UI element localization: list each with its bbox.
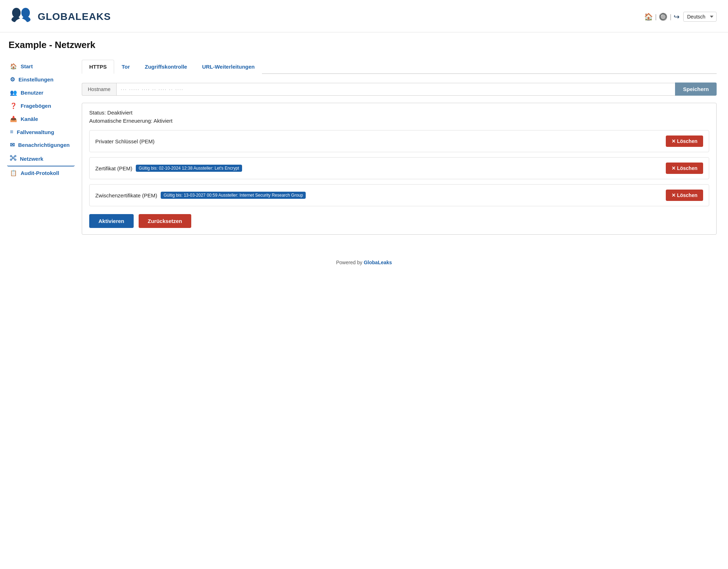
svg-line-9 [12, 159, 13, 160]
tab-https[interactable]: HTTPS [82, 60, 114, 74]
main-content: HTTPS Tor Zugriffskontrolle URL-Weiterle… [75, 60, 728, 235]
hostname-input[interactable] [116, 83, 675, 96]
settings-icon: ⚙ [10, 76, 15, 83]
header-icons[interactable]: 🏠 | 🔘 | ↪ [644, 12, 680, 21]
hostname-label: Hostname [82, 83, 116, 96]
svg-line-7 [12, 156, 13, 158]
delete-intermediate-button[interactable]: ✕ Löschen [666, 190, 703, 201]
delete-private-key-button[interactable]: ✕ Löschen [666, 135, 703, 147]
sidebar-item-start[interactable]: 🏠 Start [7, 60, 75, 73]
sidebar-item-benutzer[interactable]: 👥 Benutzer [7, 86, 75, 99]
case-icon: ≡ [10, 129, 13, 135]
home-icon[interactable]: 🏠 [644, 12, 653, 21]
language-selector[interactable]: Deutsch English Français Italiano Españo… [683, 12, 717, 22]
header: GLOBALEAKS 🏠 | 🔘 | ↪ Deutsch English Fra… [0, 0, 728, 32]
users-icon: 👥 [10, 89, 17, 96]
activate-button[interactable]: Aktivieren [89, 214, 134, 228]
sidebar: 🏠 Start ⚙ Einstellungen 👥 Benutzer ❓ Fra… [0, 60, 75, 235]
tabs: HTTPS Tor Zugriffskontrolle URL-Weiterle… [82, 60, 717, 74]
sidebar-item-fallverwaltung[interactable]: ≡ Fallverwaltung [7, 126, 75, 138]
sidebar-item-benachrichtigungen[interactable]: ✉ Benachrichtigungen [7, 138, 75, 151]
logo-icon [9, 6, 33, 27]
footer-link[interactable]: GlobaLeaks [364, 260, 392, 265]
reset-button[interactable]: Zurücksetzen [139, 214, 192, 228]
svg-line-10 [14, 159, 15, 160]
questionnaire-icon: ❓ [10, 102, 17, 109]
action-buttons: Aktivieren Zurücksetzen [89, 214, 709, 228]
save-button[interactable]: Speichern [675, 83, 717, 96]
sidebar-item-fragebögen[interactable]: ❓ Fragebögen [7, 99, 75, 112]
footer: Powered by GlobaLeaks [0, 249, 728, 272]
cert-status: Status: Deaktiviert [89, 110, 709, 116]
cert-row-intermediate: Zwischenzertifikate (PEM) Gültig bis: 13… [89, 184, 709, 206]
hostname-row: Hostname Speichern [82, 83, 717, 96]
sidebar-item-netzwerk[interactable]: Netzwerk [7, 151, 75, 166]
sidebar-item-audit[interactable]: 📋 Audit-Protokoll [7, 166, 75, 180]
network-icon [10, 155, 16, 163]
header-right: 🏠 | 🔘 | ↪ Deutsch English Français Itali… [644, 12, 717, 22]
cert-auto-renewal: Automatische Erneuerung: Aktiviert [89, 118, 709, 124]
svg-point-1 [21, 8, 30, 18]
main-layout: 🏠 Start ⚙ Einstellungen 👥 Benutzer ❓ Fra… [0, 56, 728, 249]
cert-label-certificate: Zertifikat (PEM) Gültig bis: 02-10-2024 … [95, 165, 242, 172]
cert-label-private-key: Privater Schlüssel (PEM) [95, 138, 155, 144]
tab-url-weiterleitungen[interactable]: URL-Weiterleitungen [194, 60, 262, 74]
logo-area: GLOBALEAKS [9, 6, 111, 27]
logo-text: GLOBALEAKS [38, 11, 111, 22]
user-icon[interactable]: 🔘 [659, 12, 668, 21]
svg-line-8 [14, 156, 15, 158]
home-sidebar-icon: 🏠 [10, 63, 17, 70]
tab-zugriffskontrolle[interactable]: Zugriffskontrolle [137, 60, 194, 74]
sidebar-item-einstellungen[interactable]: ⚙ Einstellungen [7, 73, 75, 86]
delete-certificate-button[interactable]: ✕ Löschen [666, 163, 703, 174]
cert-panel: Status: Deaktiviert Automatische Erneuer… [82, 103, 717, 235]
cert-badge-intermediate: Gültig bis: 13-03-2027 00:59 Aussteller:… [161, 192, 306, 199]
logout-icon[interactable]: ↪ [674, 12, 680, 21]
svg-point-0 [12, 8, 21, 18]
page-title: Example - Netzwerk [0, 32, 728, 56]
sidebar-item-kanäle[interactable]: 📥 Kanäle [7, 112, 75, 126]
cert-row-certificate: Zertifikat (PEM) Gültig bis: 02-10-2024 … [89, 157, 709, 179]
notification-icon: ✉ [10, 142, 15, 148]
cert-badge-certificate: Gültig bis: 02-10-2024 12:38 Aussteller:… [136, 165, 242, 172]
cert-label-intermediate: Zwischenzertifikate (PEM) Gültig bis: 13… [95, 192, 662, 199]
tab-tor[interactable]: Tor [114, 60, 137, 74]
cert-row-private-key: Privater Schlüssel (PEM) ✕ Löschen [89, 130, 709, 152]
audit-icon: 📋 [10, 170, 17, 176]
channels-icon: 📥 [10, 116, 17, 122]
